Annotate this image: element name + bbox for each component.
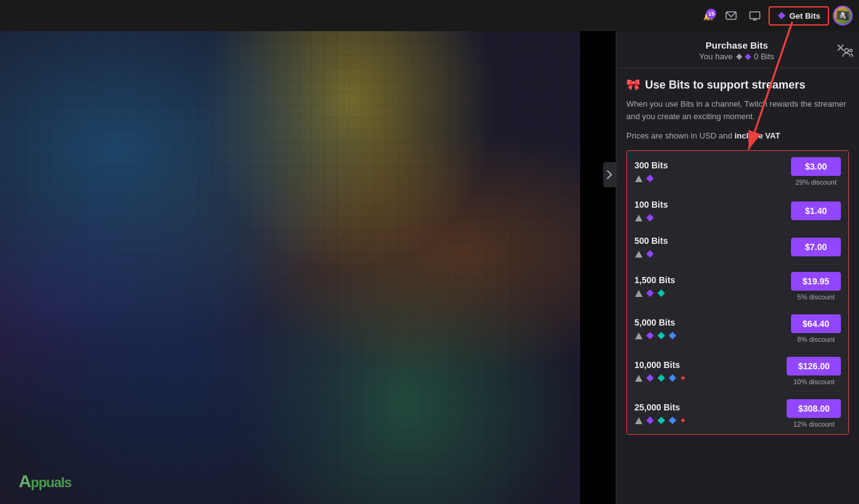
top-bar: 🔔 15 Get Bits 🏴‍☠️: [0, 0, 859, 31]
support-header: 🎀 Use Bits to support streamers: [626, 78, 849, 92]
gem-blue-25000: [668, 416, 677, 425]
svg-marker-22: [658, 374, 665, 382]
gem-purple-100: [646, 213, 654, 222]
get-bits-button[interactable]: Get Bits: [769, 6, 829, 26]
svg-marker-24: [635, 417, 643, 424]
bits-gems-100: [634, 213, 668, 222]
svg-marker-20: [635, 375, 643, 382]
bits-gems-25000: ✦: [634, 416, 687, 425]
svg-marker-7: [635, 175, 643, 182]
bits-item-1500: 1,500 Bits $19.95: [627, 266, 848, 308]
svg-marker-4: [778, 12, 785, 19]
svg-marker-12: [646, 250, 654, 258]
gem-gray-tri-100: [634, 214, 643, 222]
bits-gems-5000: [634, 331, 677, 340]
svg-rect-1: [750, 12, 760, 19]
svg-marker-25: [646, 417, 654, 424]
bits-amount-300: 300 Bits: [634, 160, 668, 170]
panel-title-area: Purchase Bits You have 0 Bits: [641, 40, 832, 61]
bits-item-10000: 10,000 Bits ✦: [627, 351, 848, 392]
svg-point-31: [850, 49, 852, 52]
svg-marker-18: [658, 332, 665, 339]
top-bar-icons: 🔔 15 Get Bits 🏴‍☠️: [699, 6, 853, 26]
watermark-rest: ppuals: [31, 475, 71, 490]
support-description: When you use Bits in a channel, Twitch r…: [626, 98, 849, 122]
gem-purple-25000: [646, 416, 654, 425]
buy-button-5000[interactable]: $64.40: [791, 314, 841, 333]
gem-purple-1500: [646, 289, 654, 298]
svg-marker-8: [646, 175, 654, 182]
vat-notice: Prices are shown in USD and include VAT: [626, 131, 849, 140]
buy-button-500[interactable]: $7.00: [791, 238, 841, 256]
svg-marker-9: [635, 215, 643, 221]
bits-amount-100: 100 Bits: [634, 200, 668, 210]
panel-title: Purchase Bits: [706, 40, 768, 51]
gem-blue-10000: [668, 374, 677, 382]
panel-content: 🎀 Use Bits to support streamers When you…: [616, 68, 859, 504]
bits-amount-25000: 25,000 Bits: [634, 402, 687, 412]
gem-purple-5000: [646, 331, 654, 340]
svg-marker-19: [669, 332, 676, 339]
svg-marker-13: [635, 290, 643, 297]
buy-button-300[interactable]: $3.00: [791, 157, 841, 176]
video-background: [0, 0, 580, 504]
gem-teal-10000: [657, 374, 666, 382]
gem-teal-25000: [657, 416, 666, 425]
sidebar-icons: [828, 31, 859, 37]
bits-diamond-icon: [777, 11, 786, 20]
bits-gems-10000: ✦: [634, 374, 687, 382]
avatar[interactable]: 🏴‍☠️: [833, 6, 853, 26]
buy-button-10000[interactable]: $126.00: [787, 357, 841, 376]
discount-300: 29% discount: [795, 178, 837, 186]
watermark: Appuals: [19, 472, 71, 492]
balance-gem-1: [735, 53, 743, 61]
svg-marker-5: [736, 54, 742, 60]
gem-blue-5000: [668, 331, 677, 340]
discount-25000: 12% discount: [793, 420, 835, 428]
bits-gems-1500: [634, 289, 675, 298]
screen-button[interactable]: [745, 6, 765, 26]
gem-red-star-10000: ✦: [679, 374, 687, 382]
bits-list: 300 Bits $3.00 29% discount: [626, 150, 849, 435]
bits-amount-10000: 10,000 Bits: [634, 360, 687, 370]
gem-red-star-25000: ✦: [679, 416, 687, 425]
svg-marker-16: [635, 332, 643, 339]
bits-gems-300: [634, 174, 668, 183]
buy-button-25000[interactable]: $308.00: [787, 399, 841, 418]
notification-badge: 15: [706, 9, 716, 19]
gem-gray-tri: [634, 175, 643, 183]
purchase-panel: Purchase Bits You have 0 Bits ✕ 🎀 Use Bi…: [616, 31, 859, 504]
friends-icon-area: [838, 42, 858, 62]
svg-point-30: [845, 49, 848, 52]
bits-item-500: 500 Bits $7.00: [627, 230, 848, 265]
panel-header: Purchase Bits You have 0 Bits ✕: [616, 31, 859, 68]
buy-button-100[interactable]: $1.40: [791, 201, 841, 220]
support-emoji: 🎀: [626, 78, 640, 92]
svg-marker-27: [669, 417, 676, 424]
friends-icon: [842, 46, 854, 59]
discount-10000: 10% discount: [793, 378, 835, 385]
gem-teal-1500: [657, 289, 666, 298]
bits-amount-1500: 1,500 Bits: [634, 275, 675, 285]
svg-marker-15: [658, 289, 665, 297]
svg-marker-14: [646, 289, 654, 297]
bits-item-100: 100 Bits $1.40: [627, 193, 848, 229]
collapse-panel-button[interactable]: [603, 162, 616, 187]
bits-item-5000: 5,000 Bits: [627, 308, 848, 350]
svg-marker-21: [646, 374, 654, 382]
gem-purple: [646, 174, 654, 183]
friends-button[interactable]: [838, 42, 858, 62]
svg-marker-10: [646, 214, 654, 221]
gem-teal-5000: [657, 331, 666, 340]
gem-gray-tri-10000: [634, 374, 643, 382]
bits-item-25000: 25,000 Bits ✦: [627, 393, 848, 434]
gem-gray-tri-25000: [634, 417, 643, 425]
gem-gray-tri-500: [634, 250, 643, 258]
bits-gems-500: [634, 250, 668, 258]
buy-button-1500[interactable]: $19.95: [791, 272, 841, 291]
screen-icon: [749, 9, 761, 22]
gem-purple-500: [646, 250, 654, 258]
notification-button[interactable]: 🔔 15: [699, 7, 717, 24]
mail-button[interactable]: [721, 6, 741, 26]
watermark-a: A: [19, 472, 31, 491]
